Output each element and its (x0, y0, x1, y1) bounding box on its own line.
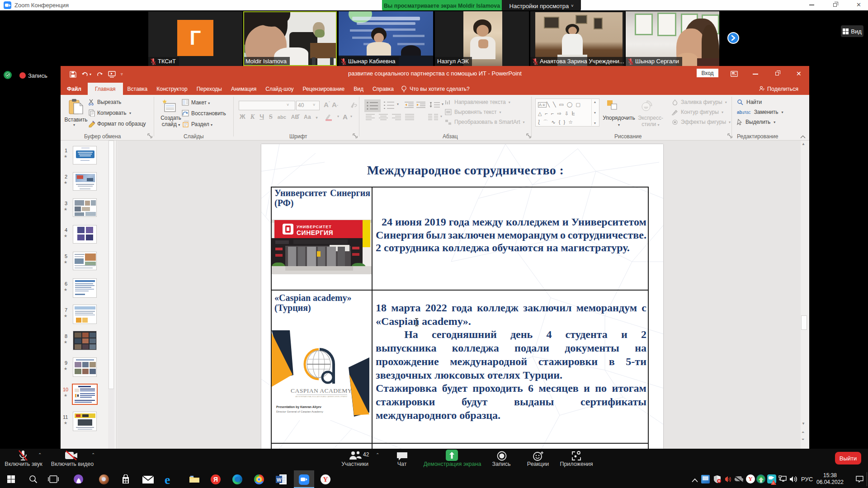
svg-text:AN INTERNATIONAL EDUCATION AND: AN INTERNATIONAL EDUCATION AND CAREER DE… (296, 396, 348, 398)
svg-text:!: ! (773, 481, 774, 485)
svg-text:Director General of Caspian Ac: Director General of Caspian Academy (276, 410, 324, 413)
svg-text:W: W (277, 477, 282, 483)
svg-text:CASPIAN ACADEMY: CASPIAN ACADEMY (291, 387, 352, 394)
svg-text:Presentation by Kamran Aliyev: Presentation by Kamran Aliyev (276, 405, 321, 409)
